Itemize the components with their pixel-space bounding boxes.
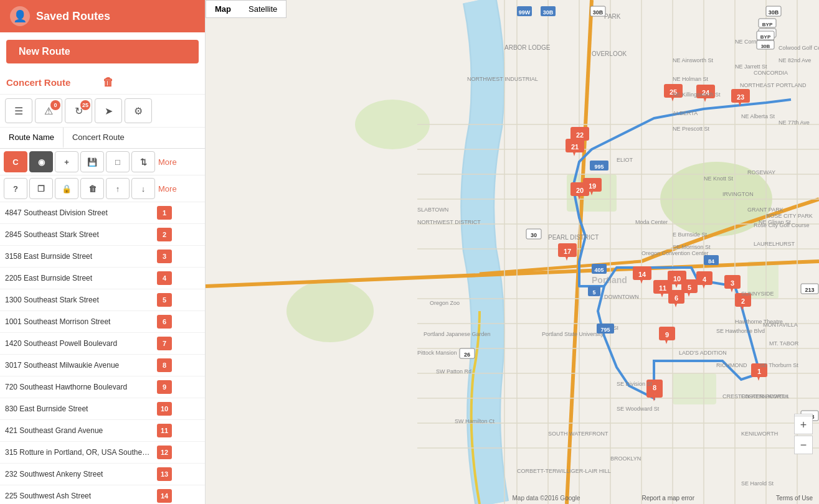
address-number-badge: 9 xyxy=(157,380,172,394)
action-person-button[interactable]: ◉ xyxy=(29,151,53,172)
svg-text:DOWNTOWN: DOWNTOWN xyxy=(604,294,639,300)
route-name-tab[interactable]: Route Name xyxy=(0,128,64,148)
address-text: 1300 Southeast Stark Street xyxy=(5,296,154,304)
list-item[interactable]: 421 Southeast Grand Avenue11 xyxy=(0,420,205,442)
svg-text:SE Woodward St: SE Woodward St xyxy=(617,406,660,412)
svg-text:30B: 30B xyxy=(543,9,554,16)
address-text: 4847 Southeast Division Street xyxy=(5,208,154,217)
svg-text:Portland State University: Portland State University xyxy=(542,331,604,337)
svg-text:6: 6 xyxy=(675,294,678,302)
address-text: 315 Rotture in Portland, OR, USA Southe… xyxy=(5,448,154,457)
report-map-error-link[interactable]: Report a map error xyxy=(642,495,694,502)
svg-text:4: 4 xyxy=(703,276,707,283)
svg-text:OVERLOOK: OVERLOOK xyxy=(592,50,627,57)
svg-text:213: 213 xyxy=(805,287,814,293)
address-text: 225 Southwest Ash Street xyxy=(5,492,154,500)
address-text: 3158 East Burnside Street xyxy=(5,252,154,261)
svg-text:10: 10 xyxy=(673,275,681,282)
list-item[interactable]: 1300 Southeast Stark Street5 xyxy=(0,289,205,311)
address-number-badge: 2 xyxy=(157,228,172,241)
address-number-badge: 3 xyxy=(157,250,172,263)
svg-text:8: 8 xyxy=(653,384,656,391)
list-item[interactable]: 3017 Southeast Milwaukie Avenue8 xyxy=(0,355,205,376)
svg-text:21: 21 xyxy=(571,143,579,151)
action-question-button[interactable]: ? xyxy=(4,178,27,199)
svg-text:Colwood Golf Cen: Colwood Golf Cen xyxy=(779,45,819,51)
zoom-out-button[interactable]: − xyxy=(794,436,813,454)
action-lock-button[interactable]: 🔒 xyxy=(55,178,78,199)
list-item[interactable]: 720 Southeast Hawthorne Boulevard9 xyxy=(0,376,205,398)
menu-icon-button[interactable]: ☰ xyxy=(5,98,32,123)
svg-text:995: 995 xyxy=(594,164,604,170)
address-number-badge: 5 xyxy=(157,293,172,307)
svg-text:84: 84 xyxy=(708,258,714,264)
address-text: 2845 Southeast Stark Street xyxy=(5,230,154,239)
action-down-button[interactable]: ↓ xyxy=(131,178,155,199)
action-save-button[interactable]: 💾 xyxy=(80,151,104,172)
svg-text:NE Knott St: NE Knott St xyxy=(704,175,734,182)
list-item[interactable]: 4847 Southeast Division Street1 xyxy=(0,202,205,224)
new-route-button[interactable]: New Route xyxy=(6,40,199,63)
more-link-2[interactable]: More xyxy=(158,184,177,194)
list-item[interactable]: 830 East Burnside Street10 xyxy=(0,398,205,420)
zoom-in-button[interactable]: + xyxy=(794,416,813,434)
list-item[interactable]: 1001 Southeast Morrison Street6 xyxy=(0,311,205,333)
list-item[interactable]: 225 Southwest Ash Street14 xyxy=(0,485,205,504)
list-item[interactable]: 2845 Southeast Stark Street2 xyxy=(0,224,205,246)
list-item[interactable]: 3158 East Burnside Street3 xyxy=(0,246,205,268)
more-link-1[interactable]: More xyxy=(158,157,177,167)
sidebar: 👤 Saved Routes New Route Concert Route 🗑… xyxy=(0,0,206,504)
svg-text:NE Prescott St: NE Prescott St xyxy=(673,126,710,132)
action-plus-button[interactable]: + xyxy=(55,151,78,172)
address-number-badge: 10 xyxy=(157,402,172,416)
svg-text:NE 82nd Ave: NE 82nd Ave xyxy=(779,57,811,63)
svg-text:5: 5 xyxy=(688,284,691,291)
action-c-button[interactable]: C xyxy=(4,151,27,172)
terms-of-use-link[interactable]: Terms of Use xyxy=(776,495,813,502)
map-svg: 1 2 3 4 5 xyxy=(206,0,819,504)
action-duplicate-button[interactable]: ❐ xyxy=(29,178,53,199)
svg-text:SE Hawthorne Blvd: SE Hawthorne Blvd xyxy=(716,328,765,334)
svg-text:GRANT PARK: GRANT PARK xyxy=(747,207,783,213)
route-name-value: Concert Route xyxy=(64,128,133,148)
svg-text:30B: 30B xyxy=(769,9,779,16)
svg-text:MT. TABOR: MT. TABOR xyxy=(769,340,799,347)
address-number-badge: 8 xyxy=(157,358,172,372)
list-item[interactable]: 232 Southwest Ankeny Street13 xyxy=(0,464,205,485)
svg-text:PEARL DISTRICT: PEARL DISTRICT xyxy=(548,234,599,241)
svg-text:26: 26 xyxy=(464,352,470,358)
map-tab-satellite[interactable]: Satellite xyxy=(240,1,286,17)
navigate-icon-button[interactable]: ➤ xyxy=(95,98,122,123)
address-number-badge: 7 xyxy=(157,337,172,350)
user-avatar-icon: 👤 xyxy=(10,6,30,26)
address-number-badge: 14 xyxy=(157,489,172,503)
share-icon-button[interactable]: ↻ 25 xyxy=(65,98,92,123)
action-trash-button[interactable]: 🗑 xyxy=(80,178,104,199)
svg-text:22: 22 xyxy=(576,131,584,139)
svg-text:1: 1 xyxy=(757,368,761,375)
map-tab-map[interactable]: Map xyxy=(206,1,240,17)
settings-icon-button[interactable]: ⚙ xyxy=(125,98,152,123)
svg-text:Portland: Portland xyxy=(592,275,627,285)
svg-text:SE Morrison St: SE Morrison St xyxy=(673,244,711,250)
action-up-button[interactable]: ↑ xyxy=(106,178,130,199)
svg-text:MONTAVILLA: MONTAVILLA xyxy=(763,322,798,328)
svg-text:3: 3 xyxy=(731,279,734,287)
action-copy-button[interactable]: □ xyxy=(106,151,130,172)
action-row-1: C ◉ + 💾 □ ⇅ More xyxy=(0,149,205,175)
svg-text:405: 405 xyxy=(594,267,604,273)
action-row-2: ? ❐ 🔒 🗑 ↑ ↓ More xyxy=(0,175,205,202)
address-number-badge: 4 xyxy=(157,271,172,285)
svg-text:CORBETT-TERWILLIGER-LAIR HILL: CORBETT-TERWILLIGER-LAIR HILL xyxy=(517,468,611,474)
map-area: Map Satellite xyxy=(206,0,819,504)
list-item[interactable]: 315 Rotture in Portland, OR, USA Southe…… xyxy=(0,442,205,464)
svg-rect-4 xyxy=(673,373,716,404)
address-text: 232 Southwest Ankeny Street xyxy=(5,470,154,478)
svg-text:NE Killingsworth St: NE Killingsworth St xyxy=(673,91,721,98)
sidebar-header: 👤 Saved Routes xyxy=(0,0,205,32)
alert-icon-button[interactable]: ⚠ 0 xyxy=(35,98,62,123)
list-item[interactable]: 2205 East Burnside Street4 xyxy=(0,268,205,289)
delete-route-icon[interactable]: 🗑 xyxy=(103,76,199,89)
action-sort-button[interactable]: ⇅ xyxy=(131,151,155,172)
list-item[interactable]: 1420 Southeast Powell Boulevard7 xyxy=(0,333,205,355)
